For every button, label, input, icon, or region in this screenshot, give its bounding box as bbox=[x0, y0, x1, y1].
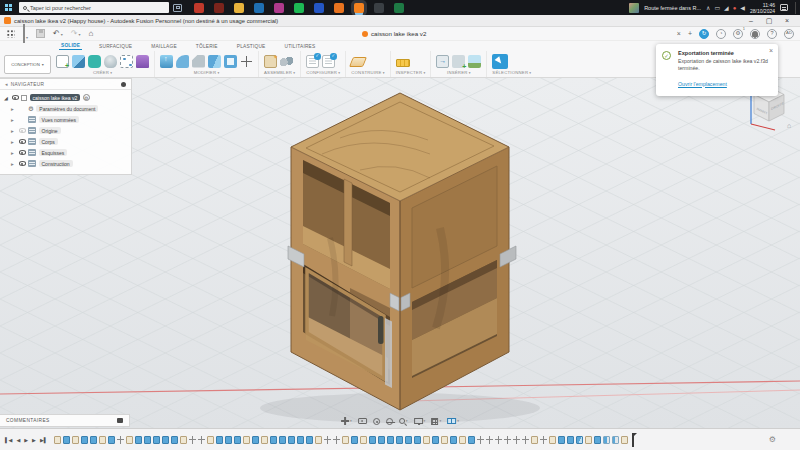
task-view-icon[interactable] bbox=[173, 4, 182, 12]
sketch-feature-icon[interactable] bbox=[531, 436, 538, 444]
orbit-icon[interactable] bbox=[373, 418, 380, 425]
box-icon[interactable] bbox=[72, 55, 85, 68]
app-blue-diamond-icon[interactable] bbox=[314, 3, 324, 13]
component-gear-icon[interactable]: ⚙ bbox=[83, 94, 90, 101]
construction-plane-icon[interactable] bbox=[349, 57, 367, 67]
extrude-feature-icon[interactable] bbox=[216, 436, 223, 444]
show-desktop-button[interactable] bbox=[795, 2, 797, 14]
new-component-icon[interactable] bbox=[264, 55, 277, 68]
move-feature-icon[interactable] bbox=[486, 436, 493, 444]
timeline-playhead[interactable] bbox=[632, 433, 634, 447]
extrude-feature-icon[interactable] bbox=[567, 436, 574, 444]
collapse-panel-icon[interactable]: ◂ bbox=[5, 81, 8, 87]
extrude-feature-icon[interactable] bbox=[252, 436, 259, 444]
navigator-item-label[interactable]: Origine bbox=[39, 127, 61, 134]
sketch-feature-icon[interactable] bbox=[342, 436, 349, 444]
step-back-icon[interactable]: ◀ bbox=[16, 435, 20, 445]
zoom-icon[interactable]: ▾ bbox=[399, 418, 408, 424]
go-to-end-icon[interactable]: ▶▌ bbox=[40, 435, 47, 445]
group-label-assembler[interactable]: ASSEMBLER bbox=[264, 70, 295, 75]
extrude-feature-icon[interactable] bbox=[432, 436, 439, 444]
tab-utilitaires[interactable]: UTILITAIRES bbox=[283, 44, 318, 50]
move-feature-icon[interactable] bbox=[324, 436, 331, 444]
project-geometry-icon[interactable] bbox=[120, 55, 133, 68]
move-feature-icon[interactable] bbox=[333, 436, 340, 444]
sketch-feature-icon[interactable] bbox=[72, 436, 79, 444]
job-status-icon[interactable]: ↻ bbox=[699, 29, 709, 39]
navigator-root-row[interactable]: ◢ caisson lake ikea v2 ⚙ bbox=[0, 92, 131, 103]
play-icon[interactable]: ▶ bbox=[24, 435, 28, 445]
move-feature-icon[interactable] bbox=[117, 436, 124, 444]
pattern-feature-icon[interactable] bbox=[603, 436, 610, 444]
sketch-feature-icon[interactable] bbox=[459, 436, 466, 444]
navigator-item-origine[interactable]: ▸Origine bbox=[0, 125, 131, 136]
pattern-feature-icon[interactable] bbox=[612, 436, 619, 444]
insert-mesh-icon[interactable] bbox=[452, 55, 465, 68]
extrude-feature-icon[interactable] bbox=[135, 436, 142, 444]
network-icon[interactable]: ◢ bbox=[724, 4, 729, 11]
sketch-feature-icon[interactable] bbox=[261, 436, 268, 444]
group-label-selectionner[interactable]: SÉLECTIONNER bbox=[492, 70, 531, 75]
close-tab-icon[interactable]: × bbox=[677, 30, 681, 37]
move-feature-icon[interactable] bbox=[522, 436, 529, 444]
move-feature-icon[interactable] bbox=[540, 436, 547, 444]
history-icon[interactable]: ◔ bbox=[716, 29, 726, 39]
chamfer-icon[interactable] bbox=[192, 55, 205, 68]
extrude-feature-icon[interactable] bbox=[108, 436, 115, 444]
fusion-360-icon[interactable] bbox=[354, 3, 364, 13]
navigator-item-construction[interactable]: ▸Construction bbox=[0, 158, 131, 169]
extrude-feature-icon[interactable] bbox=[306, 436, 313, 444]
extrude-feature-icon[interactable] bbox=[351, 436, 358, 444]
move-copy-icon[interactable] bbox=[240, 55, 253, 68]
comment-bubble-icon[interactable] bbox=[117, 418, 123, 423]
news-widget-text[interactable]: Route fermée dans R... bbox=[644, 5, 701, 11]
navigator-item-label[interactable]: Vues nommées bbox=[39, 116, 80, 123]
joint-icon[interactable] bbox=[280, 55, 293, 68]
app-maroon-icon[interactable] bbox=[214, 3, 224, 13]
app-dark-circle-icon[interactable] bbox=[374, 3, 384, 13]
viewport-3d[interactable]: ◂ NAVIGATEUR ◢ caisson lake ikea v2 ⚙ ▸⚙… bbox=[0, 78, 800, 428]
extrude-feature-icon[interactable] bbox=[369, 436, 376, 444]
extrude-feature-icon[interactable] bbox=[144, 436, 151, 444]
move-feature-icon[interactable] bbox=[495, 436, 502, 444]
extrude-feature-icon[interactable] bbox=[558, 436, 565, 444]
look-at-icon[interactable] bbox=[386, 418, 393, 425]
extrude-feature-icon[interactable] bbox=[270, 436, 277, 444]
expand-arrow-icon[interactable]: ▸ bbox=[11, 106, 16, 112]
expand-arrow-icon[interactable]: ▸ bbox=[11, 150, 16, 156]
derive-icon[interactable] bbox=[436, 55, 449, 68]
app-magenta-icon[interactable] bbox=[274, 3, 284, 13]
canvas-icon[interactable] bbox=[468, 55, 481, 68]
group-label-creer[interactable]: CRÉER bbox=[56, 70, 149, 75]
navigator-item-label[interactable]: Construction bbox=[39, 160, 73, 167]
extrude-feature-icon[interactable] bbox=[171, 436, 178, 444]
expand-arrow-icon[interactable]: ▸ bbox=[11, 128, 16, 134]
preferences-gear-icon[interactable]: ⚙1 bbox=[733, 29, 743, 39]
fillet-icon[interactable] bbox=[176, 55, 189, 68]
navigator-item-label[interactable]: Esquisses bbox=[39, 149, 68, 156]
news-widget-thumbnail-icon[interactable] bbox=[629, 3, 639, 13]
open-location-link[interactable]: Ouvrir l'emplacement bbox=[678, 81, 727, 87]
extrude-feature-icon[interactable] bbox=[225, 436, 232, 444]
panel-options-icon[interactable] bbox=[121, 82, 126, 87]
extrude-feature-icon[interactable] bbox=[234, 436, 241, 444]
extrude-feature-icon[interactable] bbox=[297, 436, 304, 444]
hidden-icons-chevron-icon[interactable]: ∧ bbox=[706, 4, 710, 11]
minimize-button[interactable]: – bbox=[742, 15, 760, 26]
data-panel-grid-icon[interactable] bbox=[6, 29, 15, 38]
save-icon[interactable] bbox=[36, 29, 45, 38]
extrude-feature-icon[interactable] bbox=[162, 436, 169, 444]
sketch-feature-icon[interactable] bbox=[585, 436, 592, 444]
combine-icon[interactable] bbox=[208, 55, 221, 68]
viewports-icon[interactable]: ▾ bbox=[447, 418, 459, 424]
move-feature-icon[interactable] bbox=[189, 436, 196, 444]
notification-center-icon[interactable] bbox=[780, 4, 788, 11]
help-icon[interactable]: ? bbox=[767, 29, 777, 39]
app-red-icon[interactable] bbox=[194, 3, 204, 13]
tab-surfacique[interactable]: SURFACIQUE bbox=[97, 44, 134, 50]
measure-icon[interactable] bbox=[396, 59, 410, 67]
create-sketch-icon[interactable] bbox=[56, 55, 69, 68]
extrude-feature-icon[interactable] bbox=[288, 436, 295, 444]
visibility-eye-icon[interactable] bbox=[19, 150, 26, 155]
tab-solide[interactable]: SOLIDE bbox=[59, 43, 82, 50]
